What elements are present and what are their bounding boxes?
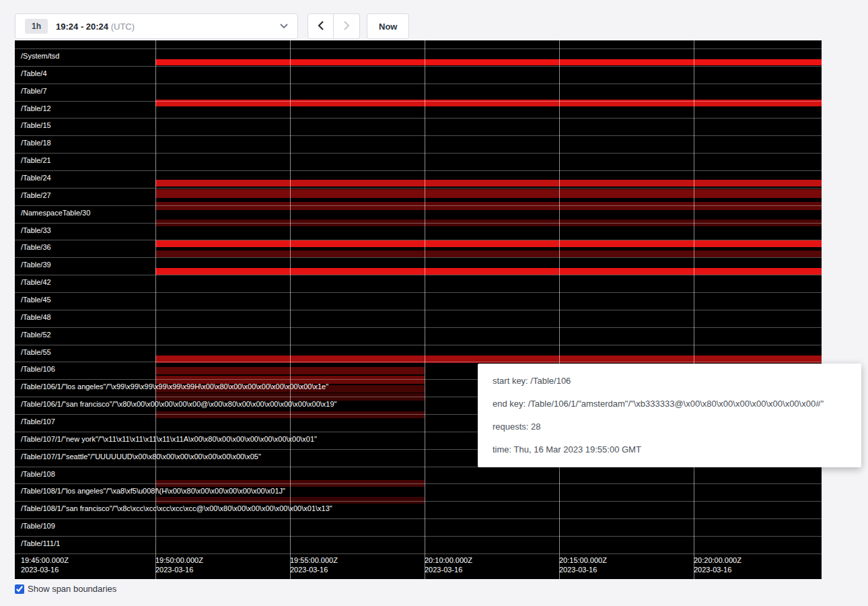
span-boundary-line bbox=[15, 275, 822, 275]
span-label: /Table/106/1/"san francisco"/"\x80\x00\x… bbox=[21, 400, 337, 408]
span-boundary-line bbox=[15, 170, 822, 171]
show-span-boundaries-control: Show span boundaries bbox=[15, 584, 868, 594]
axis-tick: 19:50:00.000Z2023-03-16 bbox=[155, 556, 203, 574]
axis-tick-date: 2023-03-16 bbox=[21, 565, 69, 574]
span-boundary-line bbox=[15, 223, 822, 224]
heat-band bbox=[155, 180, 822, 187]
hover-tooltip: start key: /Table/106 end key: /Table/10… bbox=[478, 364, 861, 467]
span-label: /Table/107/1/"new york"/"\x11\x11\x11\x1… bbox=[21, 435, 317, 443]
axis-tick-time: 19:55:00.000Z bbox=[290, 556, 338, 565]
span-boundary-line bbox=[15, 501, 822, 502]
span-label: /Table/109 bbox=[21, 522, 55, 530]
heat-band bbox=[155, 268, 822, 275]
axis-tick: 20:10:00.000Z2023-03-16 bbox=[425, 556, 472, 574]
span-boundary-line bbox=[15, 101, 822, 102]
key-visualizer-page: 1h 19:24 - 20:24 (UTC) Now bbox=[0, 0, 868, 594]
span-label: /Table/18 bbox=[21, 139, 51, 147]
span-boundary-line bbox=[15, 362, 822, 362]
span-boundary-line bbox=[15, 483, 822, 484]
heat-band bbox=[155, 189, 822, 198]
span-boundary-line bbox=[15, 188, 822, 189]
range-time-text: 19:24 - 20:24 bbox=[56, 22, 108, 32]
prev-interval-button[interactable] bbox=[308, 13, 334, 39]
axis-tick: 19:45:00.000Z2023-03-16 bbox=[21, 556, 69, 574]
heat-band bbox=[155, 240, 822, 247]
span-boundary-line bbox=[15, 66, 822, 67]
span-label: /Table/106 bbox=[21, 365, 55, 373]
span-boundary-line bbox=[15, 153, 822, 154]
span-boundary-line bbox=[15, 292, 822, 293]
span-boundary-line bbox=[15, 205, 822, 206]
chevron-right-icon bbox=[344, 21, 350, 32]
axis-tick-time: 20:15:00.000Z bbox=[559, 556, 607, 565]
axis-tick: 20:20:00.000Z2023-03-16 bbox=[694, 556, 742, 574]
span-boundary-line bbox=[15, 345, 822, 345]
axis-tick: 20:15:00.000Z2023-03-16 bbox=[559, 556, 607, 574]
now-button[interactable]: Now bbox=[367, 13, 409, 39]
span-label: /Table/12 bbox=[21, 104, 51, 112]
span-boundary-line bbox=[15, 240, 822, 240]
span-boundary-line bbox=[15, 83, 822, 84]
chevron-down-icon bbox=[280, 24, 288, 29]
interval-nav-group bbox=[308, 13, 360, 39]
axis-tick-date: 2023-03-16 bbox=[694, 565, 742, 574]
tooltip-requests: requests: 28 bbox=[493, 420, 846, 434]
span-label: /Table/108/1/"san francisco"/"\x8c\xcc\x… bbox=[21, 504, 332, 512]
time-toolbar: 1h 19:24 - 20:24 (UTC) Now bbox=[15, 13, 868, 39]
axis-tick-date: 2023-03-16 bbox=[290, 565, 338, 574]
heat-band bbox=[155, 59, 822, 65]
span-boundary-line bbox=[15, 536, 822, 537]
tooltip-start-key: start key: /Table/106 bbox=[493, 374, 846, 388]
span-label: /Table/4 bbox=[21, 69, 47, 77]
range-label: 19:24 - 20:24 (UTC) bbox=[56, 22, 135, 32]
span-boundary-line bbox=[15, 553, 822, 554]
axis-tick-time: 20:10:00.000Z bbox=[425, 556, 472, 565]
heat-band bbox=[155, 250, 822, 257]
span-label: /Table/106/1/"los angeles"/"\x99\x99\x99… bbox=[21, 382, 328, 391]
axis-tick-date: 2023-03-16 bbox=[155, 565, 203, 574]
span-label: /Table/48 bbox=[21, 313, 51, 321]
span-label: /Table/42 bbox=[21, 278, 51, 286]
tooltip-time: time: Thu, 16 Mar 2023 19:55:00 GMT bbox=[493, 443, 846, 457]
axis-tick: 19:55:00.000Z2023-03-16 bbox=[290, 556, 338, 574]
chevron-left-icon bbox=[318, 21, 324, 32]
span-boundary-line bbox=[15, 518, 822, 519]
axis-tick-date: 2023-03-16 bbox=[425, 565, 472, 574]
axis-tick-time: 19:45:00.000Z bbox=[21, 556, 69, 565]
axis-tick-time: 19:50:00.000Z bbox=[155, 556, 203, 565]
span-label: /Table/108/1/"los angeles"/"\xa8\xf5\u00… bbox=[21, 487, 285, 495]
tooltip-end-key: end key: /Table/106/1/"amsterdam"/"\xb33… bbox=[493, 397, 846, 411]
span-boundary-line bbox=[15, 310, 822, 310]
span-label: /Table/36 bbox=[21, 243, 51, 251]
span-boundary-line bbox=[15, 48, 822, 49]
span-boundary-line bbox=[15, 118, 822, 119]
key-visualizer-canvas[interactable]: start key: /Table/106 end key: /Table/10… bbox=[15, 40, 822, 579]
heat-band bbox=[155, 202, 822, 210]
span-label: /NamespaceTable/30 bbox=[21, 209, 90, 217]
span-label: /Table/24 bbox=[21, 174, 51, 182]
span-label: /Table/55 bbox=[21, 348, 51, 356]
span-label: /Table/107/1/"seattle"/"UUUUUUD\x00\x80\… bbox=[21, 452, 261, 461]
range-timezone-text: (UTC) bbox=[111, 22, 135, 32]
time-range-picker[interactable]: 1h 19:24 - 20:24 (UTC) bbox=[15, 13, 298, 39]
span-label: /Table/15 bbox=[21, 121, 51, 129]
span-label: /Table/45 bbox=[21, 296, 51, 304]
next-interval-button[interactable] bbox=[334, 13, 360, 39]
range-duration-badge: 1h bbox=[25, 19, 48, 34]
span-label: /Table/33 bbox=[21, 226, 51, 234]
show-span-boundaries-checkbox[interactable] bbox=[15, 584, 24, 594]
span-label: /Table/21 bbox=[21, 156, 51, 164]
span-label: /Table/111/1 bbox=[21, 539, 60, 547]
span-boundary-line bbox=[15, 327, 822, 328]
span-label: /Table/108 bbox=[21, 470, 55, 478]
axis-tick-time: 20:20:00.000Z bbox=[694, 556, 742, 565]
span-boundary-line bbox=[15, 135, 822, 136]
show-span-boundaries-label: Show span boundaries bbox=[28, 584, 116, 594]
span-label: /System/tsd bbox=[21, 52, 59, 60]
span-label: /Table/7 bbox=[21, 87, 47, 95]
span-label: /Table/107 bbox=[21, 417, 55, 426]
span-boundary-line bbox=[15, 257, 822, 258]
axis-tick-date: 2023-03-16 bbox=[559, 565, 607, 574]
span-label: /Table/39 bbox=[21, 261, 51, 269]
span-label: /Table/52 bbox=[21, 331, 51, 339]
